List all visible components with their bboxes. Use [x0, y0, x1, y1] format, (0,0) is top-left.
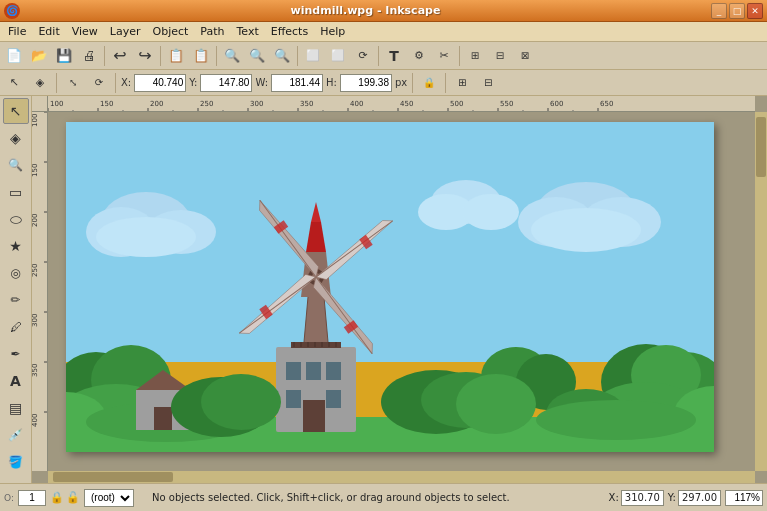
selector-tool[interactable]: ↖: [3, 98, 29, 124]
align-right-button[interactable]: ⬜: [326, 44, 350, 68]
menu-object[interactable]: Object: [147, 22, 195, 41]
svg-text:300: 300: [32, 314, 39, 327]
svg-text:250: 250: [32, 264, 39, 277]
snap-bbox-button[interactable]: ⊟: [476, 71, 500, 95]
layer-select[interactable]: (root): [84, 489, 134, 507]
undo-button[interactable]: ↩: [108, 44, 132, 68]
zoom-out-button[interactable]: 🔍: [245, 44, 269, 68]
svg-text:200: 200: [32, 214, 39, 227]
pen-tool[interactable]: 🖊: [3, 314, 29, 340]
menu-help[interactable]: Help: [314, 22, 351, 41]
zoom-in-button[interactable]: 🔍: [220, 44, 244, 68]
save-button[interactable]: 💾: [52, 44, 76, 68]
opacity-input[interactable]: [18, 490, 46, 506]
menu-layer[interactable]: Layer: [104, 22, 147, 41]
svg-text:600: 600: [550, 100, 563, 108]
rotate2-button[interactable]: ⟳: [87, 71, 111, 95]
calligraphy-tool[interactable]: ✒: [3, 341, 29, 367]
drawing-canvas[interactable]: [48, 112, 755, 471]
fill-tool[interactable]: 🪣: [3, 449, 29, 475]
svg-text:150: 150: [32, 164, 39, 177]
text-tool[interactable]: A: [3, 368, 29, 394]
canvas-area[interactable]: 100 150 200 250 300 350 400 450: [32, 96, 767, 483]
transform-button[interactable]: ⤡: [61, 71, 85, 95]
snap-toggle[interactable]: ⊞: [463, 44, 487, 68]
rotate-button[interactable]: ⟳: [351, 44, 375, 68]
left-toolbox: ↖ ◈ 🔍 ▭ ⬭ ★ ◎ ✏ 🖊 ✒ A ▤ 💉 🪣: [0, 96, 32, 483]
lock-icon: 🔒: [50, 491, 64, 504]
spiral-tool[interactable]: ◎: [3, 260, 29, 286]
svg-text:650: 650: [600, 100, 613, 108]
svg-rect-88: [306, 362, 321, 380]
open-button[interactable]: 📂: [27, 44, 51, 68]
star-tool[interactable]: ★: [3, 233, 29, 259]
window-title: windmill.wpg - Inkscape: [20, 4, 711, 17]
scrollbar-h-thumb[interactable]: [53, 472, 173, 482]
svg-rect-90: [286, 390, 301, 408]
toolbar-separator: [104, 46, 105, 66]
ruler-horizontal: 100 150 200 250 300 350 400 450: [48, 96, 755, 112]
new-button[interactable]: 📄: [2, 44, 26, 68]
close-button[interactable]: ✕: [747, 3, 763, 19]
snap-button[interactable]: ⚙: [407, 44, 431, 68]
svg-text:100: 100: [50, 100, 63, 108]
x-label: X:: [120, 77, 132, 88]
toolbar-separator-6: [459, 46, 460, 66]
x-input[interactable]: [134, 74, 186, 92]
snap-nodes-button[interactable]: ⊞: [450, 71, 474, 95]
scrollbar-v-thumb[interactable]: [756, 117, 766, 177]
menu-effects[interactable]: Effects: [265, 22, 314, 41]
cursor-x-value: 310.70: [621, 490, 664, 506]
main-toolbar: 📄 📂 💾 🖨 ↩ ↪ 📋 📋 🔍 🔍 🔍 ⬜ ⬜ ⟳ T ⚙ ✂ ⊞ ⊟ ⊠: [0, 42, 767, 70]
print-button[interactable]: 🖨: [77, 44, 101, 68]
svg-point-59: [531, 208, 641, 252]
redo-button[interactable]: ↪: [133, 44, 157, 68]
gradient-tool[interactable]: ▤: [3, 395, 29, 421]
xml-button[interactable]: ✂: [432, 44, 456, 68]
horizontal-scrollbar[interactable]: [48, 471, 755, 483]
svg-rect-93: [291, 342, 341, 348]
titlebar-left: 🌀: [4, 3, 20, 19]
zoom-fit-button[interactable]: 🔍: [270, 44, 294, 68]
menu-file[interactable]: File: [2, 22, 32, 41]
svg-text:550: 550: [500, 100, 513, 108]
toolbar2-sep3: [412, 73, 413, 93]
select-all-button[interactable]: ↖: [2, 71, 26, 95]
rect-tool[interactable]: ▭: [3, 179, 29, 205]
copy-button[interactable]: 📋: [164, 44, 188, 68]
zoom-tool[interactable]: 🔍: [3, 152, 29, 178]
cursor-y-label: Y:: [668, 492, 676, 503]
svg-text:350: 350: [300, 100, 313, 108]
node-edit-button[interactable]: ◈: [28, 71, 52, 95]
node-tool[interactable]: ◈: [3, 125, 29, 151]
minimize-button[interactable]: _: [711, 3, 727, 19]
text-tool-btn[interactable]: T: [382, 44, 406, 68]
y-input[interactable]: [200, 74, 252, 92]
svg-point-55: [96, 217, 196, 257]
maximize-button[interactable]: □: [729, 3, 745, 19]
w-input[interactable]: [271, 74, 323, 92]
eyedropper-tool[interactable]: 💉: [3, 422, 29, 448]
menu-view[interactable]: View: [66, 22, 104, 41]
svg-point-62: [463, 194, 519, 230]
pencil-tool[interactable]: ✏: [3, 287, 29, 313]
titlebar: 🌀 windmill.wpg - Inkscape _ □ ✕: [0, 0, 767, 22]
h-input[interactable]: [340, 74, 392, 92]
align-left-button[interactable]: ⬜: [301, 44, 325, 68]
window-controls: _ □ ✕: [711, 3, 763, 19]
lock-ratio-button[interactable]: 🔒: [417, 71, 441, 95]
menu-path[interactable]: Path: [194, 22, 230, 41]
paste-button[interactable]: 📋: [189, 44, 213, 68]
menubar: File Edit View Layer Object Path Text Ef…: [0, 22, 767, 42]
ellipse-tool[interactable]: ⬭: [3, 206, 29, 232]
vertical-scrollbar[interactable]: [755, 112, 767, 471]
menu-edit[interactable]: Edit: [32, 22, 65, 41]
toolbar2-sep2: [115, 73, 116, 93]
svg-rect-87: [286, 362, 301, 380]
snap-grid[interactable]: ⊟: [488, 44, 512, 68]
zoom-input[interactable]: [725, 490, 763, 506]
toolbar-separator-2: [160, 46, 161, 66]
h-label: H:: [325, 77, 338, 88]
menu-text[interactable]: Text: [231, 22, 265, 41]
snap-guide[interactable]: ⊠: [513, 44, 537, 68]
